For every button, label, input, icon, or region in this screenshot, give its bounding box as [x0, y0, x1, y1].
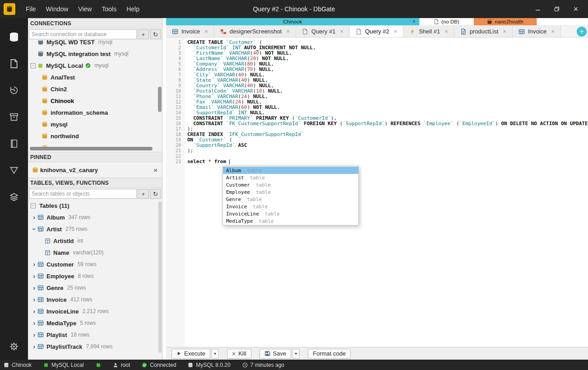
sidebar-settings-icon[interactable] — [0, 333, 28, 360]
collapse-toggle-icon[interactable]: − — [31, 203, 36, 208]
chevron-icon[interactable]: › — [31, 343, 37, 350]
table-item[interactable]: ›Artist275 rows — [28, 223, 162, 235]
autocomplete-item[interactable]: InvoiceLinetable — [223, 210, 358, 217]
status-indicator[interactable] — [96, 362, 101, 368]
tab-invoice-partial[interactable]: Invoice× — [513, 26, 561, 37]
scrollbar-thumb[interactable] — [30, 147, 153, 150]
db-strip-nano2health[interactable]: nano2health — [474, 18, 537, 25]
status-mysql-local[interactable]: MySQL Local — [43, 362, 84, 368]
menu-window[interactable]: Window — [41, 5, 74, 13]
add-connection-button[interactable]: + — [138, 29, 149, 39]
autocomplete-item[interactable]: MediaTypetable — [223, 217, 358, 225]
tables-group-row[interactable]: −Tables(11) — [28, 200, 162, 211]
autocomplete-item[interactable]: Employeetable — [223, 188, 358, 196]
tab-shell-1[interactable]: Shell #1× — [403, 26, 454, 37]
db-strip-chinook[interactable]: Chinook× — [166, 18, 420, 25]
table-item[interactable]: ›Invoice412 rows — [28, 294, 162, 305]
status-root[interactable]: root — [113, 362, 130, 368]
table-item[interactable]: ›Playlist18 rows — [28, 329, 162, 341]
save-dropdown-button[interactable]: ▾ — [292, 349, 300, 359]
save-button[interactable]: Save — [259, 349, 292, 359]
refresh-connections-icon[interactable]: ↻ — [150, 29, 161, 39]
minimize-button[interactable] — [533, 4, 543, 14]
menu-tools[interactable]: Tools — [97, 5, 121, 13]
database-item[interactable]: Chinook — [28, 95, 162, 107]
sidebar-connections-icon[interactable] — [0, 23, 28, 50]
close-button[interactable]: × — [571, 4, 581, 14]
chevron-icon[interactable]: › — [31, 319, 37, 327]
table-item[interactable]: ›InvoiceLine2,212 rows — [28, 305, 162, 317]
pinned-item[interactable]: knihovna_v2_canary× — [28, 162, 162, 178]
sidebar-archive-icon[interactable] — [0, 103, 28, 130]
close-tab-icon[interactable]: × — [340, 28, 344, 35]
chevron-icon[interactable]: › — [31, 308, 37, 315]
scrollbar-thumb[interactable] — [158, 201, 162, 353]
status-chinook[interactable]: Chinook — [4, 362, 32, 368]
autocomplete-item[interactable]: Albumtable — [223, 167, 358, 174]
sidebar-files-icon[interactable] — [0, 50, 28, 77]
chevron-icon[interactable]: › — [31, 296, 37, 303]
database-item[interactable]: northwind — [28, 130, 162, 142]
close-tab-icon[interactable]: × — [551, 28, 555, 35]
menu-file[interactable]: File — [21, 5, 41, 13]
close-tab-icon[interactable]: × — [286, 28, 290, 35]
table-item[interactable]: ›Employee8 rows — [28, 270, 162, 282]
new-tab-button[interactable]: + — [577, 27, 587, 37]
database-item[interactable]: AnalTest — [28, 71, 162, 83]
table-item[interactable]: ›PlaylistTrack7,994 rows — [28, 341, 162, 352]
tab-query-1[interactable]: Query #1× — [296, 26, 350, 37]
sidebar-history-icon[interactable] — [0, 77, 28, 103]
collapse-toggle-icon[interactable]: − — [31, 63, 36, 68]
chevron-icon[interactable]: › — [31, 214, 37, 221]
kill-button[interactable]: ×Kill — [227, 349, 251, 359]
tab-designerscreenshot[interactable]: designerScreenshot× — [214, 26, 296, 37]
format-code-button[interactable]: Format code — [308, 349, 351, 359]
sql-editor[interactable]: 1234567891011121314151617181920212223 CR… — [166, 37, 588, 347]
autocomplete-item[interactable]: Genretable — [223, 196, 358, 203]
tab-query-2[interactable]: Query #2× — [350, 26, 403, 37]
execute-dropdown-button[interactable]: ▾ — [211, 349, 219, 359]
scrollbar-thumb[interactable] — [158, 87, 162, 112]
table-item[interactable]: ›Customer59 rows — [28, 258, 162, 270]
table-item[interactable]: ›Album347 rows — [28, 211, 162, 223]
close-tab-icon[interactable]: × — [394, 28, 398, 35]
menu-view[interactable]: View — [73, 5, 97, 13]
execute-button[interactable]: Execute — [171, 349, 210, 359]
chevron-icon[interactable]: › — [31, 226, 38, 233]
autocomplete-item[interactable]: Customertable — [223, 181, 358, 188]
chevron-icon[interactable]: › — [31, 331, 37, 338]
add-table-button[interactable]: + — [138, 189, 149, 199]
table-item[interactable]: ›MediaType5 rows — [28, 317, 162, 329]
menu-help[interactable]: Help — [121, 5, 144, 13]
sidebar-cells-icon[interactable] — [0, 183, 28, 210]
tables-search-input[interactable] — [29, 189, 137, 199]
database-item[interactable]: mysql — [28, 118, 162, 130]
database-item[interactable]: information_schema — [28, 107, 162, 118]
autocomplete-item[interactable]: Artisttable — [223, 174, 358, 181]
unpin-icon[interactable]: × — [153, 166, 157, 174]
status-7-minutes-ago[interactable]: 7 minutes ago — [242, 362, 284, 368]
chevron-icon[interactable]: › — [31, 261, 37, 268]
status-connected[interactable]: Connected — [142, 362, 176, 368]
chevron-icon[interactable]: › — [31, 284, 37, 291]
database-item[interactable]: Chin2 — [28, 83, 162, 95]
close-tab-icon[interactable]: × — [503, 28, 506, 35]
sidebar-docs-icon[interactable] — [0, 130, 28, 157]
close-icon[interactable]: × — [412, 19, 416, 24]
connection-item[interactable]: MySQL integration testmysql — [28, 48, 162, 60]
table-item[interactable]: ›Genre25 rows — [28, 282, 162, 294]
close-tab-icon[interactable]: × — [444, 28, 448, 35]
close-tab-icon[interactable]: × — [204, 28, 208, 35]
tab-invoice[interactable]: Invoice× — [166, 26, 214, 37]
column-item[interactable]: Namevarchar(120) — [28, 247, 162, 258]
connections-search-input[interactable] — [29, 29, 137, 39]
connection-item[interactable]: −MySQL Localmysql — [28, 60, 162, 71]
status-mysql-8-0-20[interactable]: MySQL 8.0.20 — [188, 362, 230, 368]
db-strip-no-db[interactable]: (no DB) — [420, 18, 474, 25]
maximize-button[interactable] — [552, 4, 562, 14]
tab-productlist[interactable]: productList× — [454, 26, 513, 37]
autocomplete-item[interactable]: Invoicetable — [223, 203, 358, 210]
refresh-tables-icon[interactable]: ↻ — [150, 189, 161, 199]
chevron-icon[interactable]: › — [31, 272, 37, 280]
sidebar-query-designer-icon[interactable] — [0, 157, 28, 183]
